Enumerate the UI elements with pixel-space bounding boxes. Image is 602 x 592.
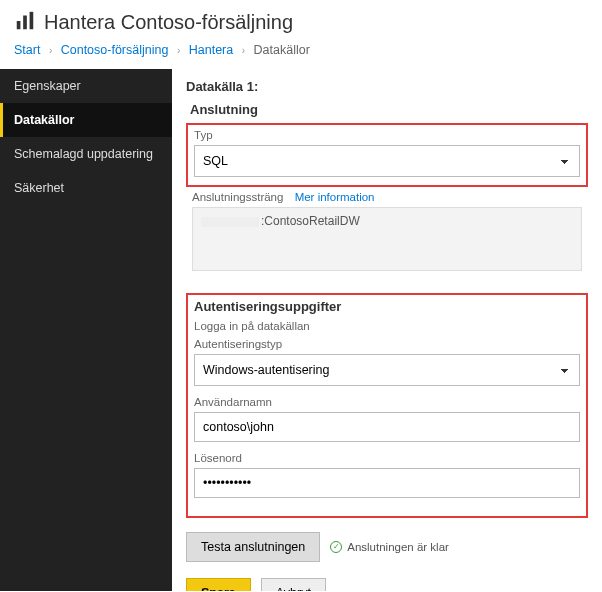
connectionstring-textarea[interactable]: :ContosoRetailDW [192, 207, 582, 271]
save-button[interactable]: Spara [186, 578, 251, 591]
svg-rect-1 [23, 16, 27, 30]
app-logo-icon [14, 10, 36, 35]
username-input[interactable] [194, 412, 580, 442]
credentials-heading: Autentiseringsuppgifter [194, 299, 580, 314]
connection-type-group: Typ SQL [186, 123, 588, 187]
page-title: Hantera Contoso-försäljning [44, 11, 293, 34]
credentials-hint: Logga in på datakällan [194, 320, 580, 332]
sidebar-item-security[interactable]: Säkerhet [0, 171, 172, 205]
chevron-right-icon: › [242, 45, 245, 56]
svg-rect-0 [17, 21, 21, 29]
chevron-right-icon: › [49, 45, 52, 56]
sidebar: Egenskaper Datakällor Schemalagd uppdate… [0, 69, 172, 591]
sidebar-item-scheduled-refresh[interactable]: Schemalagd uppdatering [0, 137, 172, 171]
type-select[interactable]: SQL [194, 145, 580, 177]
more-info-link[interactable]: Mer information [295, 191, 375, 203]
breadcrumb-link[interactable]: Start [14, 43, 40, 57]
authtype-select[interactable]: Windows-autentisering [194, 354, 580, 386]
check-circle-icon: ✓ [330, 541, 342, 553]
breadcrumb: Start › Contoso-försäljning › Hantera › … [14, 43, 588, 57]
sidebar-item-properties[interactable]: Egenskaper [0, 69, 172, 103]
breadcrumb-link[interactable]: Hantera [189, 43, 233, 57]
username-label: Användarnamn [194, 396, 580, 408]
datasource-heading: Datakälla 1: [186, 79, 588, 94]
breadcrumb-link[interactable]: Contoso-försäljning [61, 43, 169, 57]
main-content: Datakälla 1: Anslutning Typ SQL Anslutni… [172, 69, 602, 591]
chevron-right-icon: › [177, 45, 180, 56]
test-connection-button[interactable]: Testa anslutningen [186, 532, 320, 562]
cancel-button[interactable]: Avbryt [261, 578, 326, 591]
sidebar-item-datasources[interactable]: Datakällor [0, 103, 172, 137]
authtype-label: Autentiseringstyp [194, 338, 580, 350]
connection-heading: Anslutning [186, 102, 588, 117]
type-label: Typ [194, 129, 580, 141]
password-input[interactable] [194, 468, 580, 498]
breadcrumb-current: Datakällor [254, 43, 310, 57]
svg-rect-2 [30, 12, 34, 29]
test-status-text: Anslutningen är klar [347, 541, 449, 553]
connectionstring-label: Anslutningssträng [192, 191, 283, 203]
password-label: Lösenord [194, 452, 580, 464]
